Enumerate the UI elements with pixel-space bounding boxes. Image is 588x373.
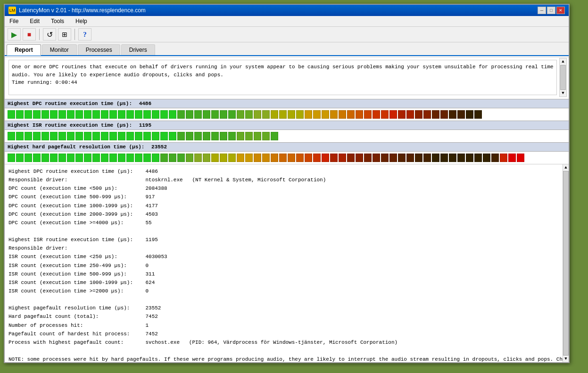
bar-cell [25,132,32,140]
stats-scrollbar-thumb[interactable] [563,171,569,356]
help-button[interactable]: ? [78,28,91,41]
bar-cell [50,132,58,140]
bar-cell [228,132,236,140]
grid-icon: ⊞ [62,31,67,38]
warning-textbox[interactable]: One or more DPC routines that execute on… [8,60,557,95]
bar-cell [84,110,91,119]
bar-cell [508,154,516,162]
bar-cell [305,110,312,119]
close-button[interactable]: ✕ [556,7,565,14]
toolbar-separator-2 [75,29,75,40]
grid-button[interactable]: ⊞ [58,28,71,41]
bar-cell [41,132,49,140]
menu-help[interactable]: Help [73,17,90,25]
bar-cell [457,154,465,162]
bar-cell [389,154,397,162]
bar-cell [474,110,482,119]
isr-value: 1195 [139,122,151,128]
toolbar: ▶ ■ ↺ ⊞ ? [5,27,569,42]
bar-cell [398,110,406,119]
minimize-button[interactable]: ─ [538,7,546,14]
stats-line: Highest pagefault resolution time (µs): … [8,304,559,312]
stats-line [8,347,559,355]
menu-edit[interactable]: Edit [27,17,42,25]
bar-cell [305,154,312,162]
bar-cell [466,110,473,119]
bar-cell [500,154,507,162]
stats-line: ISR count (execution time >=2000 µs): 0 [8,287,559,295]
bar-cell [381,110,389,119]
scrollbar-thumb[interactable] [560,65,566,90]
dpc-bar-container [5,108,569,121]
bar-cell [517,154,524,162]
bar-cell [92,110,100,119]
stats-line: DPC count (execution time >=4000 µs): 55 [8,219,559,227]
bar-cell [440,154,448,162]
stats-line: Highest DPC routine execution time (µs):… [8,167,559,176]
refresh-icon: ↺ [47,30,53,39]
stop-button[interactable]: ■ [23,28,36,41]
stats-textbox[interactable]: Highest DPC routine execution time (µs):… [5,164,563,362]
bar-cell [143,132,151,140]
bar-cell [356,110,363,119]
menu-tools[interactable]: Tools [48,17,67,25]
bar-cell [75,154,83,162]
bar-cell [194,110,202,119]
bar-cell [296,110,304,119]
bar-cell [169,154,176,162]
bar-cell [288,154,295,162]
bar-cell [101,132,108,140]
tab-monitor[interactable]: Monitor [42,44,77,55]
bar-cell [313,154,321,162]
bar-cell [8,132,15,140]
tab-report[interactable]: Report [7,44,41,56]
bar-cell [135,154,142,162]
dpc-section-header: Highest DPC routine execution time (µs):… [5,99,569,108]
bar-cell [118,110,125,119]
bar-cell [483,154,490,162]
stats-line: ISR count (execution time 250-499 µs): 0 [8,261,559,270]
bar-cell [491,154,499,162]
stats-line: ISR count (execution time 500-999 µs): 3… [8,270,559,278]
bar-cell [41,154,49,162]
bar-cell [186,110,193,119]
bar-cell [279,110,287,119]
bar-cell [474,154,482,162]
stats-scrollbar-down[interactable]: ▼ [564,357,567,361]
stats-line: DPC count (execution time 2000-3999 µs):… [8,210,559,219]
scrollbar-down[interactable]: ▼ [562,91,564,96]
stop-icon: ■ [27,31,31,38]
refresh-button[interactable]: ↺ [43,28,56,41]
bar-cell [347,154,355,162]
bar-cell [41,110,49,119]
bar-cell [339,110,346,119]
bar-cell [288,110,295,119]
help-icon: ? [83,31,87,39]
bar-cell [126,132,134,140]
bar-cell [8,154,15,162]
tab-drivers[interactable]: Drivers [121,44,155,55]
bar-cell [177,110,185,119]
bar-cell [152,154,159,162]
play-button[interactable]: ▶ [8,28,21,41]
toolbar-separator [39,29,40,40]
bar-cell [186,154,193,162]
maximize-button[interactable]: □ [547,7,555,14]
bar-cell [339,154,346,162]
bar-cell [152,110,159,119]
title-buttons: ─ □ ✕ [538,7,565,14]
pagefault-bar-container [5,152,569,164]
bar-cell [177,154,185,162]
scrollbar-up[interactable]: ▲ [562,59,564,64]
bar-cell [58,132,66,140]
bar-cell [262,132,270,140]
menu-file[interactable]: File [7,17,21,25]
bar-cell [245,110,253,119]
tab-processes[interactable]: Processes [78,44,120,55]
bar-cell [84,154,91,162]
bar-cell [169,132,176,140]
dpc-value: 4486 [139,101,151,106]
stats-scrollbar-up[interactable]: ▲ [564,165,567,170]
bar-cell [211,132,219,140]
bar-cell [423,110,431,119]
